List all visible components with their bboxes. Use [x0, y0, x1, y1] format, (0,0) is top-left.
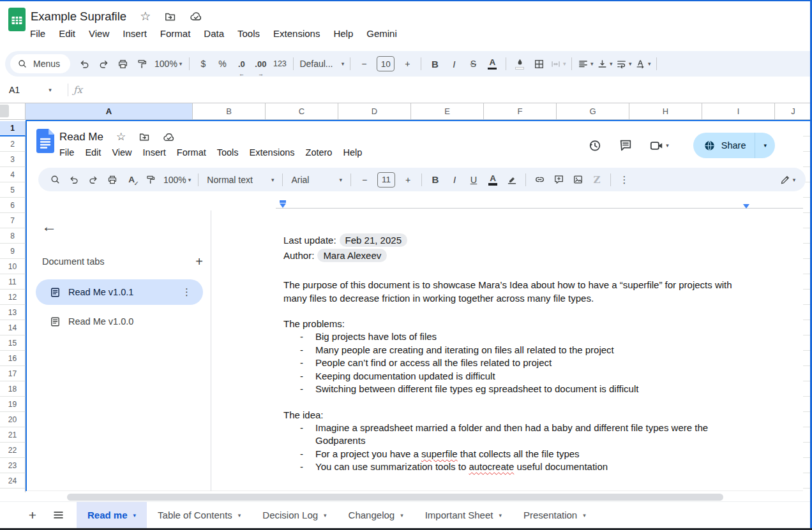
zoom-select[interactable]: 100%▾	[152, 55, 184, 73]
insert-image-button[interactable]	[569, 171, 587, 189]
row-header-5[interactable]: 5	[0, 182, 26, 198]
doc-menu-view[interactable]: View	[112, 147, 132, 158]
docs-logo[interactable]	[36, 129, 54, 153]
doc-menu-file[interactable]: File	[59, 147, 74, 158]
insert-link-button[interactable]	[530, 171, 548, 189]
italic-button[interactable]: I	[445, 55, 463, 73]
sheet-tab-decision-log[interactable]: Decision Log▾	[252, 502, 337, 528]
sheets-logo[interactable]	[8, 8, 26, 31]
date-chip[interactable]: Feb 21, 2025	[340, 233, 407, 247]
row-header-22[interactable]: 22	[0, 443, 26, 458]
sheets-menu-file[interactable]: File	[30, 28, 45, 39]
row-header-15[interactable]: 15	[0, 335, 26, 351]
paragraph-style-select[interactable]: Normal text▾	[203, 171, 278, 189]
strikethrough-button[interactable]: S	[464, 55, 482, 73]
percent-format-button[interactable]: %	[213, 55, 231, 73]
doc-font-select[interactable]: Arial▾	[287, 171, 346, 189]
row-header-20[interactable]: 20	[0, 412, 26, 427]
row-header-2[interactable]: 2	[0, 136, 26, 152]
version-history-icon[interactable]	[588, 138, 602, 152]
spreadsheet-title[interactable]: Example Suprafile	[31, 10, 126, 24]
doc-menu-extensions[interactable]: Extensions	[250, 147, 295, 158]
row-header-17[interactable]: 17	[0, 366, 26, 381]
column-header-e[interactable]: E	[411, 103, 484, 119]
sheet-tab-read-me[interactable]: Read me▾	[77, 502, 147, 528]
doc-menu-edit[interactable]: Edit	[85, 147, 101, 158]
doc-title[interactable]: Read Me	[59, 131, 103, 144]
horizontal-align-button[interactable]: ▾	[576, 55, 594, 73]
name-box-caret-icon[interactable]: ▾	[49, 87, 52, 93]
row-header-3[interactable]: 3	[0, 152, 26, 167]
row-header-8[interactable]: 8	[0, 228, 26, 244]
doc-star-icon[interactable]: ☆	[116, 131, 126, 143]
text-rotation-button[interactable]: ▾	[634, 55, 652, 73]
doc-menu-zotero[interactable]: Zotero	[306, 147, 333, 158]
more-options-icon[interactable]: ⋮	[615, 171, 633, 189]
doc-menu-insert[interactable]: Insert	[143, 147, 166, 158]
increase-decimal-button[interactable]: .00→	[252, 55, 269, 73]
row-header-10[interactable]: 10	[0, 259, 26, 274]
sheet-tab-caret-icon[interactable]: ▾	[400, 512, 403, 519]
sheet-tab-caret-icon[interactable]: ▾	[499, 512, 502, 519]
row-header-12[interactable]: 12	[0, 290, 26, 305]
row-header-18[interactable]: 18	[0, 381, 26, 397]
doc-increase-font-size-button[interactable]: +	[399, 171, 417, 189]
column-header-b[interactable]: B	[193, 103, 266, 119]
font-size-input[interactable]: 10	[377, 56, 395, 71]
row-header-6[interactable]: 6	[0, 198, 26, 213]
video-call-button[interactable]: ▾	[649, 138, 669, 153]
cloud-status-icon[interactable]	[190, 10, 202, 23]
column-header-j[interactable]: J	[775, 103, 812, 119]
doc-bold-button[interactable]: B	[426, 171, 444, 189]
doc-menu-tools[interactable]: Tools	[217, 147, 239, 158]
doc-paint-format-button[interactable]	[142, 171, 160, 189]
increase-font-size-button[interactable]: +	[398, 55, 416, 73]
ruler-indent-marker-left[interactable]	[280, 200, 286, 208]
redo-button[interactable]	[94, 55, 112, 73]
editing-mode-button[interactable]: ▾	[779, 171, 797, 189]
borders-button[interactable]	[530, 55, 548, 73]
row-header-24[interactable]: 24	[0, 473, 26, 489]
row-header-23[interactable]: 23	[0, 458, 26, 473]
share-button[interactable]: Share ▾	[693, 133, 775, 158]
print-button[interactable]	[114, 55, 132, 73]
share-dropdown-icon[interactable]: ▾	[755, 142, 775, 149]
horizontal-scrollbar[interactable]	[67, 494, 723, 501]
row-header-1[interactable]: 1	[0, 121, 26, 136]
doc-menu-help[interactable]: Help	[343, 147, 362, 158]
row-header-11[interactable]: 11	[0, 274, 26, 290]
embedded-doc[interactable]: Read Me ☆ FileEditViewInsertFormatToolsE…	[27, 121, 803, 491]
sheet-tab-caret-icon[interactable]: ▾	[133, 512, 137, 519]
sheets-menu-format[interactable]: Format	[160, 28, 191, 39]
sheets-menu-extensions[interactable]: Extensions	[273, 28, 320, 39]
doc-font-size-input[interactable]: 11	[377, 172, 395, 188]
row-header-14[interactable]: 14	[0, 320, 26, 335]
font-select[interactable]: Defaul...▾	[298, 55, 345, 73]
sheets-menu-insert[interactable]: Insert	[123, 28, 147, 39]
star-icon[interactable]: ☆	[140, 11, 151, 22]
row-header-7[interactable]: 7	[0, 213, 26, 228]
sheet-tab-caret-icon[interactable]: ▾	[583, 512, 586, 519]
column-header-d[interactable]: D	[338, 103, 411, 119]
sheet-tab-changelog[interactable]: Changelog▾	[338, 502, 414, 528]
sheet-tab-important-sheet[interactable]: Important Sheet▾	[414, 502, 513, 528]
sheet-tab-presentation[interactable]: Presentation▾	[513, 502, 597, 528]
column-header-c[interactable]: C	[266, 103, 338, 119]
function-icon[interactable]: ƒx	[73, 84, 82, 96]
column-header-h[interactable]: H	[629, 103, 702, 119]
currency-format-button[interactable]: $	[194, 55, 212, 73]
doc-redo-button[interactable]	[84, 171, 102, 189]
column-header-a[interactable]: A	[26, 103, 193, 119]
name-box[interactable]: A1 ▾	[0, 85, 63, 95]
zotero-button[interactable]: Z	[588, 171, 606, 189]
doc-undo-button[interactable]	[65, 171, 83, 189]
text-color-button[interactable]: A	[483, 55, 501, 73]
row-header-9[interactable]: 9	[0, 244, 26, 259]
row-header-4[interactable]: 4	[0, 167, 26, 182]
doc-underline-button[interactable]: U	[465, 171, 483, 189]
row-header-21[interactable]: 21	[0, 427, 26, 443]
add-document-tab-button[interactable]: +	[195, 255, 203, 268]
doc-tab-item-2[interactable]: Read Me v1.0.0	[36, 309, 203, 334]
add-comment-button[interactable]	[550, 171, 568, 189]
doc-tab-options-icon[interactable]: ⋮	[178, 286, 195, 298]
